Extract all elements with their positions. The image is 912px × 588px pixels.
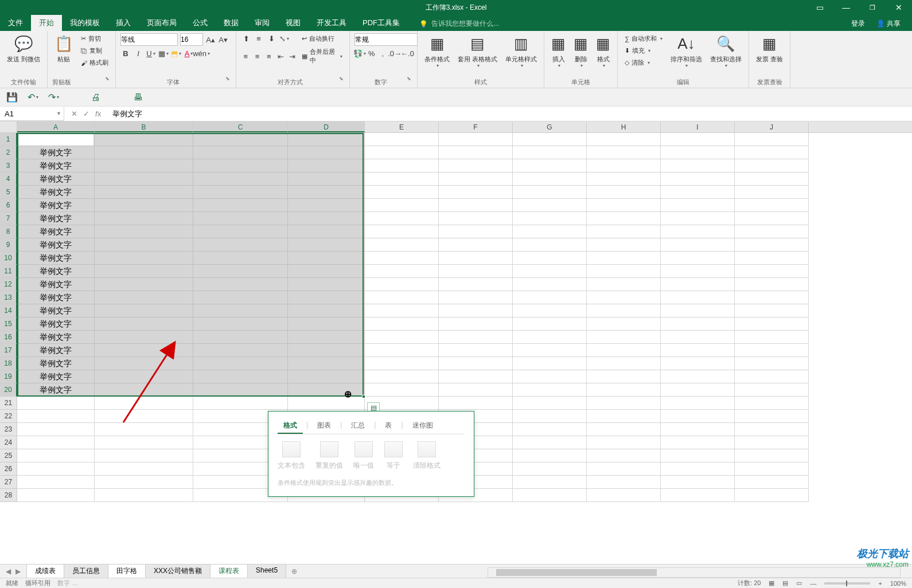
cell-I20[interactable] — [661, 383, 735, 397]
cell-D20[interactable] — [288, 383, 365, 397]
cell-H26[interactable] — [587, 462, 661, 476]
cell-C8[interactable] — [193, 225, 288, 238]
cell-B20[interactable] — [95, 383, 193, 397]
col-header-I[interactable]: I — [661, 121, 735, 132]
row-header-2[interactable]: 2 — [0, 146, 17, 159]
cell-G25[interactable] — [513, 449, 587, 462]
decrease-font-icon[interactable]: A▾ — [218, 34, 228, 45]
col-header-H[interactable]: H — [587, 121, 661, 132]
cell-F19[interactable] — [439, 370, 513, 383]
row-header-12[interactable]: 12 — [0, 278, 17, 291]
cell-F9[interactable] — [439, 238, 513, 252]
qa-tab-汇总[interactable]: 汇总 — [345, 418, 371, 434]
fx-icon[interactable]: fx — [95, 109, 101, 118]
fill-color-button[interactable]: ⬒ — [171, 48, 181, 58]
cell-A2[interactable]: 举例文字 — [17, 146, 95, 159]
cell-A25[interactable] — [17, 449, 95, 462]
cell-H9[interactable] — [587, 238, 661, 252]
qa-tab-表[interactable]: 表 — [379, 418, 397, 434]
cell-E15[interactable] — [365, 317, 439, 331]
cell-E3[interactable] — [365, 159, 439, 173]
copy-button[interactable]: ⿻复制 — [79, 45, 111, 56]
cell-C14[interactable] — [193, 304, 288, 317]
cell-A27[interactable] — [17, 476, 95, 489]
cell-D10[interactable] — [288, 252, 365, 265]
tab-数据[interactable]: 数据 — [216, 15, 247, 31]
cell-G27[interactable] — [513, 476, 587, 489]
cell-B5[interactable] — [95, 186, 193, 199]
cell-J18[interactable] — [735, 357, 809, 370]
cell-J23[interactable] — [735, 423, 809, 436]
row-header-11[interactable]: 11 — [0, 265, 17, 278]
cell-A15[interactable]: 举例文字 — [17, 317, 95, 331]
tab-PDF工具集[interactable]: PDF工具集 — [354, 15, 408, 31]
cell-H20[interactable] — [587, 383, 661, 397]
cell-J8[interactable] — [735, 225, 809, 238]
cell-F15[interactable] — [439, 317, 513, 331]
accounting-format-icon[interactable]: 💱 — [354, 48, 365, 58]
cell-H12[interactable] — [587, 278, 661, 291]
print-preview-icon[interactable]: 🖨 — [91, 92, 101, 103]
cell-E13[interactable] — [365, 291, 439, 304]
increase-indent-icon[interactable]: ⇥ — [287, 51, 297, 61]
row-header-25[interactable]: 25 — [0, 449, 17, 462]
enter-formula-icon[interactable]: ✓ — [83, 109, 89, 118]
cell-H5[interactable] — [587, 186, 661, 199]
cell-J28[interactable] — [735, 489, 809, 502]
cell-A4[interactable]: 举例文字 — [17, 173, 95, 186]
increase-font-icon[interactable]: A▴ — [205, 34, 216, 45]
cell-C18[interactable] — [193, 357, 288, 370]
cell-H15[interactable] — [587, 317, 661, 331]
sheet-tab-成绩表[interactable]: 成绩表 — [26, 564, 64, 579]
cell-G22[interactable] — [513, 410, 587, 423]
sheet-tab-Sheet5[interactable]: Sheet5 — [247, 564, 286, 579]
login-link[interactable]: 登录 — [845, 19, 871, 29]
select-all-corner[interactable] — [0, 121, 17, 133]
cell-F16[interactable] — [439, 331, 513, 344]
tab-公式[interactable]: 公式 — [185, 15, 216, 31]
tab-开发工具[interactable]: 开发工具 — [309, 15, 354, 31]
cell-J17[interactable] — [735, 344, 809, 357]
cell-F8[interactable] — [439, 225, 513, 238]
cell-I14[interactable] — [661, 304, 735, 317]
qa-tab-迷你图[interactable]: 迷你图 — [407, 418, 439, 434]
cell-G21[interactable] — [513, 397, 587, 410]
cell-I6[interactable] — [661, 199, 735, 212]
align-middle-icon[interactable]: ≡ — [254, 34, 264, 44]
cell-D14[interactable] — [288, 304, 365, 317]
row-header-4[interactable]: 4 — [0, 173, 17, 186]
ribbon-options-icon[interactable]: ▭ — [806, 0, 833, 15]
cell-A17[interactable]: 举例文字 — [17, 344, 95, 357]
paste-button[interactable]: 📋粘贴 — [52, 33, 75, 64]
cell-B13[interactable] — [95, 291, 193, 304]
cell-G4[interactable] — [513, 173, 587, 186]
cell-H6[interactable] — [587, 199, 661, 212]
cell-E1[interactable] — [365, 133, 439, 146]
cell-F11[interactable] — [439, 265, 513, 278]
cell-D7[interactable] — [288, 212, 365, 225]
cell-E4[interactable] — [365, 173, 439, 186]
percent-style-icon[interactable]: % — [367, 48, 376, 58]
cell-B2[interactable] — [95, 146, 193, 159]
cell-G24[interactable] — [513, 436, 587, 449]
cell-C15[interactable] — [193, 317, 288, 331]
cell-J6[interactable] — [735, 199, 809, 212]
phonetic-button[interactable]: wén — [196, 48, 206, 58]
table-format-button[interactable]: ▤套用 表格格式 — [455, 33, 500, 70]
cell-E18[interactable] — [365, 357, 439, 370]
cell-J25[interactable] — [735, 449, 809, 462]
cell-G28[interactable] — [513, 489, 587, 502]
column-headers[interactable]: ABCDEFGHIJ — [17, 121, 912, 133]
wrap-text-button[interactable]: ↩ 自动换行 — [299, 33, 337, 44]
cell-I23[interactable] — [661, 423, 735, 436]
cell-C20[interactable] — [193, 383, 288, 397]
row-header-22[interactable]: 22 — [0, 410, 17, 423]
cell-A5[interactable]: 举例文字 — [17, 186, 95, 199]
cell-J16[interactable] — [735, 331, 809, 344]
tell-me-search[interactable]: 💡 告诉我您想要做什么... — [419, 19, 499, 31]
cell-H4[interactable] — [587, 173, 661, 186]
border-button[interactable]: ▦ — [158, 48, 169, 58]
cell-J5[interactable] — [735, 186, 809, 199]
cell-I13[interactable] — [661, 291, 735, 304]
cell-H21[interactable] — [587, 397, 661, 410]
